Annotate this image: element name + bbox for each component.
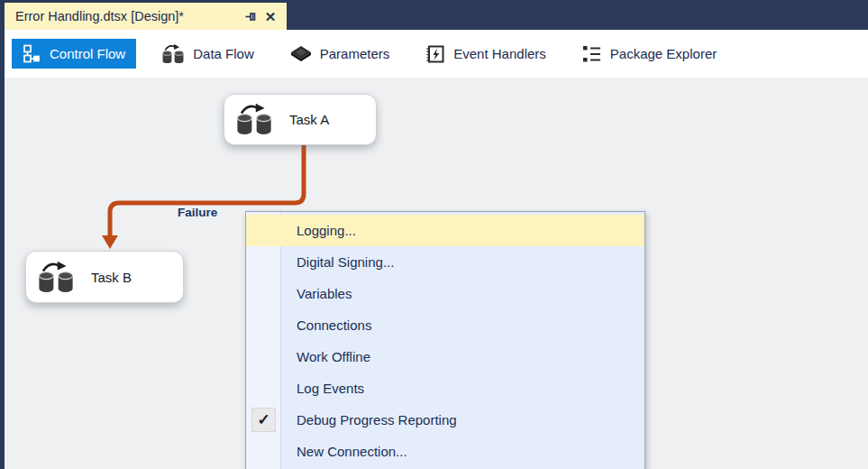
tab-event-handlers[interactable]: Event Handlers <box>415 39 557 69</box>
menu-item-log-events[interactable]: Log Events <box>246 372 644 404</box>
menu-item-label: Variables <box>297 286 352 301</box>
check-icon: ✓ <box>257 412 270 428</box>
menu-item-debug-progress-reporting[interactable]: ✓ Debug Progress Reporting <box>246 404 644 436</box>
data-flow-task-icon <box>37 260 75 295</box>
document-tab-title: Error Handling.dtsx [Design]* <box>15 9 240 23</box>
task-label: Task B <box>91 270 132 285</box>
checkmark-box: ✓ <box>251 408 276 432</box>
data-flow-task-icon <box>235 102 273 137</box>
task-node-b[interactable]: Task B <box>25 251 184 303</box>
task-node-a[interactable]: Task A <box>224 94 377 145</box>
designer-toolbar: Control Flow Data Flow <box>0 30 868 78</box>
menu-item-label: Debug Progress Reporting <box>297 412 457 428</box>
toolbar-item-label: Data Flow <box>193 46 254 61</box>
menu-item-label: Digital Signing... <box>297 254 394 270</box>
package-explorer-icon <box>582 45 602 63</box>
close-icon[interactable]: ✕ <box>261 7 279 25</box>
tab-data-flow[interactable]: Data Flow <box>151 39 265 69</box>
toolbar-item-label: Event Handlers <box>453 46 546 61</box>
control-flow-design-surface[interactable]: Failure Task A <box>0 78 868 469</box>
task-label: Task A <box>289 112 329 127</box>
menu-item-label: Logging... <box>297 223 356 238</box>
toolbar-item-label: Package Explorer <box>610 46 717 61</box>
menu-item-label: Log Events <box>297 381 364 396</box>
window-edge <box>0 0 5 469</box>
pin-icon[interactable] <box>242 7 260 25</box>
menu-item-connections[interactable]: Connections <box>246 309 644 341</box>
event-handlers-icon <box>425 44 445 64</box>
menu-item-label: Work Offline <box>297 349 370 364</box>
menu-item-label: New Connection... <box>297 444 407 459</box>
menu-item-work-offline[interactable]: Work Offline <box>246 341 644 372</box>
tab-parameters[interactable]: Parameters <box>279 39 401 69</box>
connector-label: Failure <box>178 206 217 219</box>
menu-item-new-connection[interactable]: New Connection... <box>246 436 644 467</box>
menu-item-digital-signing[interactable]: Digital Signing... <box>246 246 644 278</box>
document-tab-bar: Error Handling.dtsx [Design]* ✕ <box>0 0 868 30</box>
ssis-designer-window: Error Handling.dtsx [Design]* ✕ <box>0 0 868 469</box>
menu-item-logging[interactable]: Logging... <box>246 215 644 246</box>
data-flow-icon <box>161 43 185 65</box>
parameters-icon <box>290 45 312 63</box>
menu-item-label: Connections <box>297 317 371 333</box>
tab-package-explorer[interactable]: Package Explorer <box>571 39 727 69</box>
control-flow-icon <box>23 44 41 63</box>
menu-item-variables[interactable]: Variables <box>246 278 644 309</box>
tab-control-flow[interactable]: Control Flow <box>12 39 136 69</box>
toolbar-item-label: Parameters <box>320 46 390 61</box>
document-tab[interactable]: Error Handling.dtsx [Design]* ✕ <box>5 3 287 30</box>
toolbar-item-label: Control Flow <box>50 46 125 61</box>
context-menu: Logging... Digital Signing... Variables … <box>245 211 645 469</box>
